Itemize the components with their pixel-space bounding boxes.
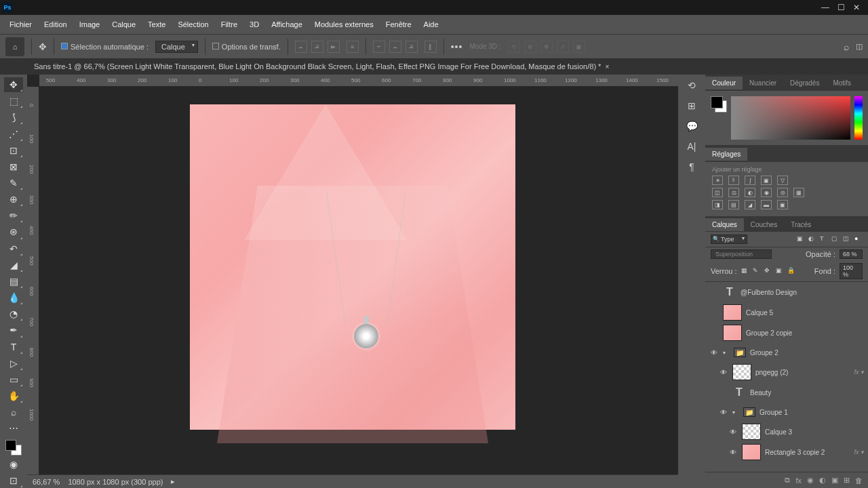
layer-thumbnail[interactable]: T — [732, 384, 746, 401]
align-center-h-icon[interactable]: ⫡ — [311, 41, 323, 53]
type-tool[interactable]: T — [4, 340, 23, 354]
history-panel-icon[interactable]: ⟲ — [688, 80, 696, 91]
opacity-value[interactable]: 68 % — [840, 249, 863, 259]
menu-selection[interactable]: Sélection — [172, 18, 214, 31]
tab-nuancier[interactable]: Nuancier — [743, 77, 783, 89]
screen-mode-tool[interactable]: ⊡ — [4, 473, 23, 488]
new-layer-icon[interactable]: ⊞ — [844, 476, 850, 485]
layer-row[interactable]: 👁Rectangle 3 copie 2fx ▾ — [705, 442, 868, 462]
threshold-adjust-icon[interactable]: ◢ — [745, 200, 755, 209]
close-button[interactable]: ✕ — [853, 3, 860, 12]
hue-adjust-icon[interactable]: ◫ — [712, 188, 723, 197]
link-layers-icon[interactable]: ⧉ — [785, 476, 790, 485]
gradient-map-adjust-icon[interactable]: ▬ — [761, 200, 772, 209]
brush-tool[interactable]: ✏ — [4, 208, 23, 223]
healing-tool[interactable]: ⊕ — [4, 192, 23, 207]
tab-couleur[interactable]: Couleur — [705, 77, 743, 89]
close-tab-icon[interactable]: × — [605, 63, 609, 70]
pen-tool[interactable]: ✒ — [4, 323, 23, 338]
filter-type-icon[interactable]: T — [820, 235, 828, 243]
layer-row[interactable]: 👁Calque 3 — [705, 422, 868, 442]
visibility-toggle[interactable]: 👁 — [728, 449, 738, 456]
layer-name[interactable]: @Fulbento Design — [741, 289, 864, 296]
home-button[interactable]: ⌂ — [5, 37, 24, 56]
visibility-toggle[interactable]: 👁 — [709, 349, 719, 357]
fx-indicator[interactable]: fx ▾ — [854, 369, 864, 375]
align-left-icon[interactable]: ⫠ — [295, 41, 307, 53]
delete-layer-icon[interactable]: 🗑 — [855, 476, 863, 485]
eraser-tool[interactable]: ◢ — [4, 258, 23, 272]
layer-name[interactable]: pngegg (2) — [755, 369, 850, 376]
align-right-icon[interactable]: ⫢ — [328, 41, 340, 53]
menu-edition[interactable]: Edition — [39, 18, 73, 31]
layer-thumbnail[interactable] — [723, 304, 742, 321]
lasso-tool[interactable]: ⟆ — [4, 110, 23, 125]
layer-thumbnail[interactable] — [742, 444, 761, 460]
canvas-area[interactable]: 500 400 300 200 100 0 100 200 300 400 50… — [27, 75, 678, 488]
history-brush-tool[interactable]: ↶ — [4, 241, 23, 256]
auto-select-target[interactable]: Calque — [155, 41, 198, 53]
layer-name[interactable]: Calque 5 — [746, 309, 864, 317]
curves-adjust-icon[interactable]: ∫ — [745, 176, 755, 185]
filter-pixel-icon[interactable]: ▣ — [797, 235, 805, 243]
invert-adjust-icon[interactable]: ◨ — [712, 200, 723, 209]
tab-degrades[interactable]: Dégradés — [783, 77, 826, 89]
color-balance-adjust-icon[interactable]: ⚖ — [728, 188, 739, 197]
lock-pixels-icon[interactable]: ✎ — [753, 267, 761, 275]
menu-texte[interactable]: Texte — [142, 18, 171, 31]
photo-filter-adjust-icon[interactable]: ◉ — [761, 188, 772, 197]
filter-toggle-icon[interactable]: ● — [854, 235, 863, 243]
crop-tool[interactable]: ⊡ — [4, 143, 23, 158]
layer-row[interactable]: Calque 5 — [705, 302, 868, 323]
brightness-adjust-icon[interactable]: ☀ — [712, 176, 723, 185]
layer-row[interactable]: Groupe 2 copie — [705, 323, 868, 343]
layer-thumbnail[interactable]: 📁 — [734, 348, 746, 357]
maximize-button[interactable]: ☐ — [837, 3, 845, 12]
adjustment-layer-icon[interactable]: ◐ — [819, 476, 826, 485]
layer-row[interactable]: 👁▾📁Groupe 2 — [705, 343, 868, 362]
layer-row[interactable]: T@Fulbento Design — [705, 282, 868, 302]
channel-mixer-adjust-icon[interactable]: ◎ — [777, 188, 788, 197]
tab-calques[interactable]: Calques — [705, 218, 744, 231]
lock-all-icon[interactable]: 🔒 — [787, 267, 795, 275]
layer-filter-type[interactable]: Type — [711, 235, 747, 244]
layer-group-icon[interactable]: ▣ — [831, 476, 838, 485]
clone-stamp-tool[interactable]: ⊛ — [4, 224, 23, 239]
magic-wand-tool[interactable]: ⋰ — [4, 126, 23, 141]
filter-adjust-icon[interactable]: ◐ — [808, 235, 816, 243]
tab-reglages[interactable]: Réglages — [705, 148, 747, 161]
move-tool-icon[interactable]: ✥ — [39, 41, 47, 52]
paragraph-panel-icon[interactable]: ¶ — [689, 161, 694, 172]
quick-mask-tool[interactable]: ◉ — [4, 457, 23, 472]
layer-thumbnail[interactable] — [732, 364, 751, 380]
menu-calque[interactable]: Calque — [106, 18, 141, 31]
transform-controls-checkbox[interactable]: Options de transf. — [212, 43, 281, 51]
more-options-icon[interactable]: ••• — [451, 41, 463, 52]
move-tool[interactable]: ✥ — [4, 77, 23, 92]
layer-row[interactable]: 👁▾📁Groupe 1 — [705, 403, 868, 422]
color-swatches[interactable] — [5, 440, 22, 455]
tab-motifs[interactable]: Motifs — [826, 77, 858, 89]
layer-name[interactable]: Groupe 2 — [750, 349, 864, 357]
distribute-icon[interactable]: ∥ — [425, 41, 437, 53]
search-icon[interactable]: ⌕ — [844, 41, 849, 52]
zoom-tool[interactable]: ⌕ — [4, 405, 23, 420]
menu-fenetre[interactable]: Fenêtre — [380, 18, 417, 31]
fx-indicator[interactable]: fx ▾ — [854, 449, 864, 455]
align-bottom-icon[interactable]: ⫡ — [406, 41, 418, 53]
blend-mode-dropdown[interactable]: Superposition — [711, 249, 772, 259]
expand-arrow-icon[interactable]: ▾ — [732, 409, 739, 415]
marquee-tool[interactable]: ⬚ — [4, 94, 23, 108]
filter-smart-icon[interactable]: ◫ — [843, 235, 851, 243]
menu-3d[interactable]: 3D — [244, 18, 264, 31]
layer-row[interactable]: TBeauty — [705, 382, 868, 403]
vibrance-adjust-icon[interactable]: ▽ — [777, 176, 788, 185]
canvas[interactable] — [190, 104, 515, 430]
color-panel-swatches[interactable] — [711, 96, 727, 113]
auto-select-checkbox[interactable]: Sélection automatique : — [61, 43, 149, 51]
fill-value[interactable]: 100 % — [840, 263, 863, 279]
gradient-tool[interactable]: ▤ — [4, 274, 23, 289]
tab-traces[interactable]: Tracés — [784, 218, 818, 231]
layer-thumbnail[interactable]: 📁 — [743, 407, 755, 417]
lock-position-icon[interactable]: ✥ — [764, 267, 772, 275]
